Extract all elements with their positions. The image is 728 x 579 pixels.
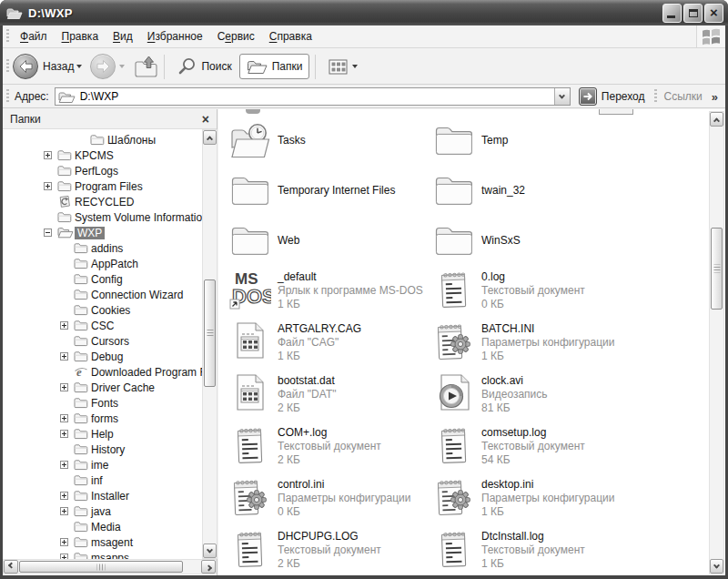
list-vertical-scrollbar[interactable] [709,111,724,574]
back-button[interactable] [13,54,38,79]
views-button[interactable] [321,55,365,79]
folders-panel-close-button[interactable]: × [202,113,209,126]
toolbar-grip[interactable] [6,59,9,74]
menu-item-view[interactable]: Вид [106,26,140,46]
search-button[interactable]: Поиск [170,53,238,80]
expand-plus-icon[interactable] [60,430,68,438]
file-artgalry-cag[interactable]: ARTGALRY.CAGФайл "CAG"1 КБ [229,321,361,363]
folder-temporary-internet-files[interactable]: Temporary Internet Files [229,172,395,212]
folder-winsxs[interactable]: WinSxS [433,222,521,262]
menu-item-favorites[interactable]: Избранное [140,26,210,46]
expand-plus-icon[interactable] [60,461,68,469]
scroll-up-button[interactable] [203,130,217,145]
expand-plus-icon[interactable] [60,507,68,515]
maximize-button[interactable] [683,4,703,23]
folder-icon [74,504,88,518]
expand-plus-icon[interactable] [60,414,68,422]
scroll-right-button[interactable] [201,560,216,574]
expand-plus-icon[interactable] [60,352,68,361]
tree-item-history[interactable]: History [3,442,202,458]
menu-item-file[interactable]: Файл [13,26,55,46]
scroll-down-button[interactable] [203,543,217,558]
tree-item-csc[interactable]: CSC [3,319,202,334]
tree-item-installer[interactable]: Installer [3,489,202,504]
tree-item-shablony[interactable]: Шаблоны [3,133,202,148]
tree-vertical-scrollbar[interactable] [202,129,217,559]
tree-item-cookies[interactable]: Cookies [3,303,202,319]
expand-plus-icon[interactable] [60,538,68,546]
folder-temp[interactable]: Temp [433,122,508,162]
file-com-log[interactable]: COM+.logТекстовый документ2 КБ [229,425,381,467]
scroll-left-button[interactable] [4,560,18,574]
menu-item-help[interactable]: Справка [262,26,319,46]
tree-item-debug[interactable]: Debug [3,350,202,365]
tree-item-ime[interactable]: ime [3,458,202,473]
tree-item-system-volume-information[interactable]: System Volume Information [3,210,202,226]
tree-item-addins[interactable]: addins [3,241,202,257]
folders-button[interactable]: Папки [239,54,310,79]
forward-button[interactable] [90,54,116,79]
up-button[interactable] [134,55,158,78]
file-batch-ini[interactable]: BATCH.INIПараметры конфигурации1 КБ [433,321,614,363]
tree-item-help-folder[interactable]: Help [3,427,202,442]
minimize-button[interactable] [662,4,682,23]
links-label[interactable]: Ссылки [664,90,703,103]
folder-twain-32[interactable]: twain_32 [433,172,525,212]
folder-tasks[interactable]: Tasks [229,122,306,162]
tree-item-forms[interactable]: forms [3,411,202,427]
expand-plus-icon[interactable] [60,321,68,330]
tree-item-wxp[interactable]: WXP [3,226,202,241]
expand-plus-icon[interactable] [44,151,52,159]
expand-plus-icon[interactable] [60,492,68,500]
tree-item-perflogs[interactable]: PerfLogs [3,164,202,179]
file-dhcpupg-log[interactable]: DHCPUPG.LOGТекстовый документ2 КБ [229,529,381,571]
file-clock-avi[interactable]: clock.aviВидеозапись81 КБ [433,373,548,415]
tree-item-connection-wizard[interactable]: Connection Wizard [3,288,202,303]
links-grip[interactable] [654,89,657,104]
scroll-down-button[interactable] [710,559,723,574]
menu-item-tools[interactable]: Сервис [210,26,262,46]
tree-item-cursors[interactable]: Cursors [3,334,202,350]
expand-plus-icon[interactable] [44,182,52,190]
tree-item-java[interactable]: java [3,504,202,520]
scroll-up-button[interactable] [710,112,723,127]
go-button[interactable]: Переход [579,87,645,106]
tree-item-program-files[interactable]: Program Files [3,179,202,195]
menu-item-edit[interactable]: Правка [55,26,106,46]
file-control-ini[interactable]: control.iniПараметры конфигурации0 КБ [229,477,410,519]
tree-item-recycled[interactable]: RECYCLED [3,195,202,210]
file-0-log[interactable]: 0.logТекстовый документ0 КБ [433,269,585,311]
address-dropdown-button[interactable] [554,88,570,105]
tree-item-msagent[interactable]: msagent [3,535,202,551]
expand-plus-icon[interactable] [60,383,68,391]
tree-item-driver-cache[interactable]: Driver Cache [3,381,202,396]
tree-item-media[interactable]: Media [3,520,202,535]
file-desktop-ini[interactable]: desktop.iniПараметры конфигурации1 КБ [433,477,614,519]
tree-item-msapps[interactable]: msapps [3,551,202,559]
collapse-minus-icon[interactable] [44,229,52,237]
tree-item-inf[interactable]: inf [3,473,202,489]
scrollbar-thumb[interactable] [204,279,216,387]
close-button[interactable]: × [704,4,723,23]
tree-item-fonts[interactable]: Fonts [3,396,202,411]
file-bootstat-dat[interactable]: bootstat.datФайл "DAT"2 КБ [229,373,336,415]
titlebar[interactable]: D:\WXP × [0,0,728,25]
tree-item-kpcms[interactable]: KPCMS [3,148,202,164]
file-comsetup-log[interactable]: comsetup.logТекстовый документ54 КБ [433,425,585,467]
file-dtcinstall-log[interactable]: DtcInstall.logТекстовый документ1 КБ [433,529,585,571]
tree-item-apppatch[interactable]: AppPatch [3,257,202,272]
tree-item-downloaded-program-files[interactable]: eDownloaded Program Files [3,365,202,381]
scrollbar-thumb[interactable] [711,228,723,310]
addressbar-grip[interactable] [6,89,9,104]
links-more-chevron[interactable]: » [712,90,718,104]
scrollbar-thumb[interactable] [19,561,183,573]
file-default[interactable]: MSDOS_defaultЯрлык к программе MS-DOS1 К… [229,269,423,311]
address-input[interactable]: D:\WXP [55,87,571,106]
folder-web[interactable]: Web [229,222,299,262]
tree-item-config[interactable]: Config [3,272,202,288]
forward-dropdown-icon[interactable] [119,65,125,68]
tree-horizontal-scrollbar[interactable] [3,559,217,574]
back-dropdown-icon[interactable] [76,65,82,68]
back-button-label[interactable]: Назад [43,60,74,73]
menubar-grip[interactable] [6,29,9,44]
